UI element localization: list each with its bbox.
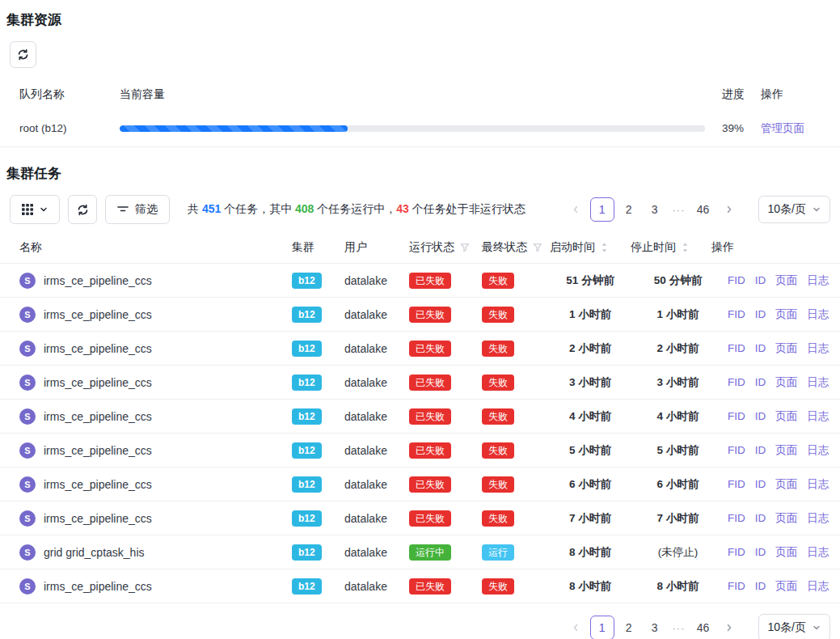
page-button-1[interactable]: 1 [590,616,614,639]
filter-funnel-icon[interactable] [533,243,542,252]
layout-grid-button[interactable] [10,195,60,224]
col-name: 名称 [0,240,292,255]
fid-link[interactable]: FID [728,308,745,320]
page-button-1[interactable]: 1 [590,197,614,222]
row-ops: FIDID页面日志 [725,511,840,526]
page-button-2[interactable]: 2 [618,198,640,221]
fid-link[interactable]: FID [728,512,745,524]
fid-link[interactable]: FID [728,444,745,456]
tasks-title: 集群任务 [6,165,840,183]
start-time: 6 小时前 [550,477,639,492]
id-link[interactable]: ID [755,444,766,456]
id-link[interactable]: ID [755,546,766,558]
log-link[interactable]: 日志 [807,342,829,354]
page-size-select[interactable]: 10条/页 [758,614,830,639]
page-link[interactable]: 页面 [775,274,797,286]
id-link[interactable]: ID [755,274,766,286]
task-name: irms_ce_pipeline_ccs [44,274,152,287]
avatar: S [19,544,36,561]
page-size-select[interactable]: 10条/页 [758,196,830,223]
resources-refresh-button[interactable] [10,41,36,68]
table-row: S grid grid_cptask_his b12 datalake 运行中 … [0,535,840,569]
stop-time: 5 小时前 [639,443,725,458]
sort-icon[interactable] [601,242,608,253]
log-link[interactable]: 日志 [807,376,829,388]
table-row: S irms_ce_pipeline_ccs b12 datalake 已失败 … [0,468,840,501]
page-link[interactable]: 页面 [775,512,797,524]
run-status-badge: 已失败 [409,578,451,595]
id-link[interactable]: ID [755,342,766,354]
page-link[interactable]: 页面 [775,546,797,558]
final-status-badge: 失败 [482,375,514,391]
task-table-header: 名称 集群 用户 运行状态 最终状态 启动时间 [0,232,840,264]
page-link[interactable]: 页面 [775,308,797,320]
page-button-last[interactable]: 46 [692,198,715,221]
tasks-refresh-button[interactable] [68,195,97,224]
next-page-button[interactable] [718,616,741,639]
page-link[interactable]: 页面 [775,376,797,388]
page-button-2[interactable]: 2 [618,616,640,639]
id-link[interactable]: ID [755,410,766,422]
avatar: S [19,578,36,595]
page-button-last[interactable]: 46 [692,616,715,639]
id-link[interactable]: ID [755,308,766,320]
log-link[interactable]: 日志 [807,410,829,422]
page-link[interactable]: 页面 [775,478,797,490]
id-link[interactable]: ID [755,478,766,490]
page-link[interactable]: 页面 [775,410,797,422]
sort-icon[interactable] [682,242,689,253]
log-link[interactable]: 日志 [807,546,829,558]
avatar: S [19,273,36,289]
task-table: 名称 集群 用户 运行状态 最终状态 启动时间 [0,232,840,603]
fid-link[interactable]: FID [728,342,745,354]
log-link[interactable]: 日志 [807,580,829,592]
log-link[interactable]: 日志 [807,444,829,456]
stop-time: 6 小时前 [639,477,725,492]
start-time: 2 小时前 [550,341,639,356]
chevron-down-icon [813,205,821,214]
user-label: datalake [344,308,409,321]
fid-link[interactable]: FID [728,410,745,422]
resources-table: 队列名称 当前容量 进度 操作 root (b12) 39% 管理页面 [0,79,840,147]
log-link[interactable]: 日志 [807,274,829,286]
fid-link[interactable]: FID [728,580,745,592]
next-page-button[interactable] [718,198,741,221]
row-ops: FIDID页面日志 [725,409,840,424]
page-ellipsis[interactable]: ··· [669,204,689,216]
id-link[interactable]: ID [755,512,766,524]
id-link[interactable]: ID [755,580,766,592]
task-name: irms_ce_pipeline_ccs [44,376,152,389]
log-link[interactable]: 日志 [807,478,829,490]
page-link[interactable]: 页面 [775,342,797,354]
log-link[interactable]: 日志 [807,308,829,320]
filter-lines-icon [117,205,129,214]
table-row: S irms_ce_pipeline_ccs b12 datalake 已失败 … [0,332,840,366]
log-link[interactable]: 日志 [807,512,829,524]
final-status-badge: 失败 [482,307,514,323]
cluster-badge: b12 [292,578,322,595]
filter-funnel-icon[interactable] [460,243,470,252]
page-link[interactable]: 页面 [775,444,797,456]
manage-page-link[interactable]: 管理页面 [761,122,804,134]
avatar: S [19,510,36,527]
page-button-3[interactable]: 3 [644,198,666,221]
fid-link[interactable]: FID [728,478,745,490]
page-button-3[interactable]: 3 [644,616,666,639]
start-time: 7 小时前 [550,511,639,526]
filter-button[interactable]: 筛选 [105,195,170,224]
user-label: datalake [344,478,409,491]
summary-text: 个任务，其中 [221,202,295,215]
fid-link[interactable]: FID [728,546,745,558]
id-link[interactable]: ID [755,376,766,388]
progress-percent: 39% [722,122,761,134]
prev-page-button[interactable] [564,198,587,221]
fid-link[interactable]: FID [728,274,745,286]
prev-page-button[interactable] [564,616,587,639]
row-ops: FIDID页面日志 [725,273,840,288]
fid-link[interactable]: FID [728,376,745,388]
page-link[interactable]: 页面 [775,580,797,592]
table-row: S irms_ce_pipeline_ccs b12 datalake 已失败 … [0,569,840,603]
page-ellipsis[interactable]: ··· [669,622,689,634]
table-row: S irms_ce_pipeline_ccs b12 datalake 已失败 … [0,298,840,332]
stop-time: (未停止) [639,545,725,560]
